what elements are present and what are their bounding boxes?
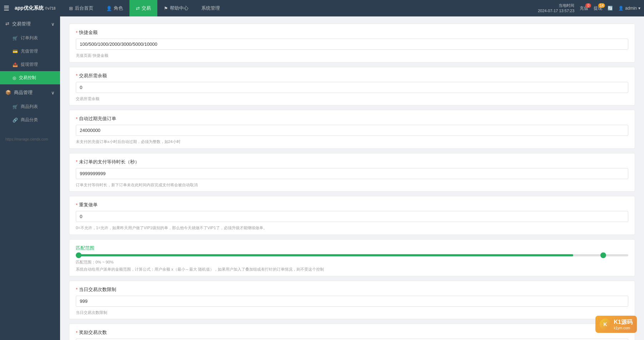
main-layout: ⇄交易管理 ∨ 🛒 订单列表 💳 充值管理 📤 提现管理 ◎ 交易控制 [0, 16, 644, 340]
slider-thumb-left[interactable] [76, 252, 82, 258]
sidebar-item-order-list[interactable]: 🛒 订单列表 [0, 31, 60, 45]
sidebar-item-trade-control[interactable]: ◎ 交易控制 [0, 71, 60, 84]
slider-fill [76, 254, 573, 256]
input-auto-expire[interactable] [76, 125, 628, 136]
sidebar-item-product-list[interactable]: 🛒 商品列表 [0, 100, 60, 113]
field-quick-amount: * 快捷金额 充值页面 快捷金额 [69, 24, 635, 63]
slider-track [76, 254, 628, 256]
field-match-range-label: 匹配范围 [76, 245, 628, 251]
product-category-label: 商品分类 [21, 117, 38, 123]
label-exchange-balance: 交易所需余额 [79, 73, 107, 79]
label-payment-wait: 未订单的支付等待时长（秒） [79, 159, 139, 165]
required-star-4: * [76, 159, 78, 164]
chevron-icon: ∨ [51, 21, 55, 27]
recharge-mgmt-icon: 💳 [13, 49, 18, 54]
refresh-button[interactable]: 🔄 [608, 6, 613, 11]
field-exchange-balance: * 交易所需余额 交易所需余额 [69, 67, 635, 106]
time-block: 当地时间 2024-07-17 13:57:23 [538, 3, 574, 14]
sidebar-group-trade-header[interactable]: ⇄交易管理 ∨ [0, 16, 60, 31]
input-payment-wait[interactable] [76, 168, 628, 179]
recharge-button[interactable]: 充值 0 [580, 5, 588, 11]
nav-home[interactable]: ⊞ 后台首页 [63, 0, 100, 16]
hint-quick-amount: 充值页面 快捷金额 [76, 53, 628, 59]
app-name: app优化系统 [15, 5, 44, 11]
hint-match-range: 系统自动给用户派单的金额范围，计算公式：用户余额 x（最小～最大 随机值），如果… [76, 266, 628, 272]
nav-role-label: 角色 [114, 5, 123, 11]
nav-system-label: 系统管理 [201, 5, 220, 11]
withdraw-mgmt-label: 提现管理 [21, 61, 38, 68]
slider-range-text: 匹配范围：0% ~ 90% [76, 259, 628, 265]
trade-control-icon: ◎ [13, 75, 16, 80]
sidebar-group-product: 📦商品管理 ∨ 🛒 商品列表 🔗 商品分类 [0, 85, 60, 127]
input-quick-amount[interactable] [76, 39, 628, 50]
chevron-down-icon: ▾ [638, 6, 640, 11]
nav-help[interactable]: ⚑ 帮助中心 [157, 0, 195, 16]
product-category-icon: 🔗 [13, 118, 18, 123]
required-star-3: * [76, 116, 78, 122]
trade-control-label: 交易控制 [19, 75, 36, 81]
recharge-badge: 0 [585, 3, 591, 8]
input-bonus-trade[interactable] [76, 339, 628, 340]
watermark-brand: K1源码 [614, 319, 633, 326]
time-value: 2024-07-17 13:57:23 [538, 8, 574, 14]
help-icon: ⚑ [164, 6, 168, 11]
input-exchange-balance[interactable] [76, 82, 628, 93]
withdraw-button[interactable]: 提现 14 [594, 5, 602, 11]
product-list-label: 商品列表 [21, 104, 38, 110]
watermark-symbol: K [603, 321, 607, 327]
admin-menu[interactable]: 👤 admin ▾ [618, 6, 640, 11]
sidebar-item-product-category[interactable]: 🔗 商品分类 [0, 113, 60, 127]
order-list-label: 订单列表 [21, 35, 38, 41]
field-exchange-balance-label: * 交易所需余额 [76, 73, 628, 79]
trade-group-label: 交易管理 [12, 21, 31, 26]
menu-toggle-icon[interactable]: ☰ [4, 4, 9, 12]
top-navigation: ☰ app优化系统 ©v718 ⊞ 后台首页 👤 角色 ⇄ 交易 ⚑ 帮助中心 … [0, 0, 644, 16]
label-daily-trade-limit: 当日交易次数限制 [79, 286, 116, 293]
admin-label: admin [625, 6, 637, 11]
nav-system[interactable]: 系统管理 [195, 0, 226, 16]
watermark-text-block: K1源码 k1ym.com [614, 319, 633, 330]
nav-home-label: 后台首页 [75, 5, 93, 11]
required-star-7: * [76, 330, 78, 335]
watermark-url: k1ym.com [614, 326, 633, 330]
label-bonus-trade: 奖励交易次数 [79, 329, 107, 336]
field-quick-amount-label: * 快捷金额 [76, 29, 628, 36]
nav-trade[interactable]: ⇄ 交易 [129, 0, 157, 16]
field-repeat-order: * 重复做单 0=不允许，1=允许，如果昨天用户做了VIP1级别的单，那么他今天… [69, 196, 635, 235]
nav-role[interactable]: 👤 角色 [100, 0, 129, 16]
home-icon: ⊞ [69, 6, 73, 11]
order-list-icon: 🛒 [13, 36, 18, 41]
nav-trade-label: 交易 [142, 5, 151, 11]
field-payment-wait-label: * 未订单的支付等待时长（秒） [76, 159, 628, 165]
recharge-mgmt-label: 充值管理 [21, 48, 38, 54]
sidebar-item-recharge-mgmt[interactable]: 💳 充值管理 [0, 45, 60, 58]
label-quick-amount: 快捷金额 [79, 29, 98, 36]
nav-items: ⊞ 后台首页 👤 角色 ⇄ 交易 ⚑ 帮助中心 系统管理 [63, 0, 538, 16]
label-auto-expire: 自动过期充值订单 [79, 115, 116, 122]
sidebar-item-withdraw-mgmt[interactable]: 📤 提现管理 [0, 58, 60, 71]
trade-group-icon: ⇄ [5, 21, 9, 26]
content-area: * 快捷金额 充值页面 快捷金额 * 交易所需余额 交易所需余额 * 自动过期充… [60, 16, 644, 340]
field-match-range: 匹配范围 匹配范围：0% ~ 90% 系统自动给用户派单的金额范围，计算公式：用… [69, 239, 635, 276]
required-star-2: * [76, 73, 78, 78]
withdraw-mgmt-icon: 📤 [13, 62, 18, 67]
field-auto-expire-label: * 自动过期充值订单 [76, 115, 628, 122]
input-daily-trade-limit[interactable] [76, 296, 628, 307]
hint-payment-wait: 订单支付等待时长，新下订单未在此时间内容完成支付将会被自动取消 [76, 182, 628, 188]
required-star-5: * [76, 202, 78, 208]
slider-thumb-right[interactable] [600, 252, 606, 258]
field-daily-trade-limit-label: * 当日交易次数限制 [76, 286, 628, 293]
watermark: K K1源码 k1ym.com [595, 316, 637, 333]
field-daily-trade-limit: * 当日交易次数限制 当日交易次数限制 [69, 281, 635, 320]
watermark-box: K K1源码 k1ym.com [595, 316, 637, 333]
field-repeat-order-label: * 重复做单 [76, 202, 628, 208]
hint-repeat-order: 0=不允许，1=允许，如果昨天用户做了VIP1级别的单，那么他今天就做不了VIP… [76, 225, 628, 231]
input-repeat-order[interactable] [76, 211, 628, 222]
sidebar-group-product-header[interactable]: 📦商品管理 ∨ [0, 85, 60, 100]
field-auto-expire: * 自动过期充值订单 未支付的充值订单x小时后自动过期，必须为整数，如24小时 [69, 110, 635, 149]
sidebar-group-trade: ⇄交易管理 ∨ 🛒 订单列表 💳 充值管理 📤 提现管理 ◎ 交易控制 [0, 16, 60, 84]
field-bonus-trade: * 奖励交易次数 奖励交易次数 [69, 324, 635, 340]
hint-daily-trade-limit: 当日交易次数限制 [76, 310, 628, 316]
label-repeat-order: 重复做单 [79, 202, 98, 208]
role-icon: 👤 [106, 6, 112, 11]
